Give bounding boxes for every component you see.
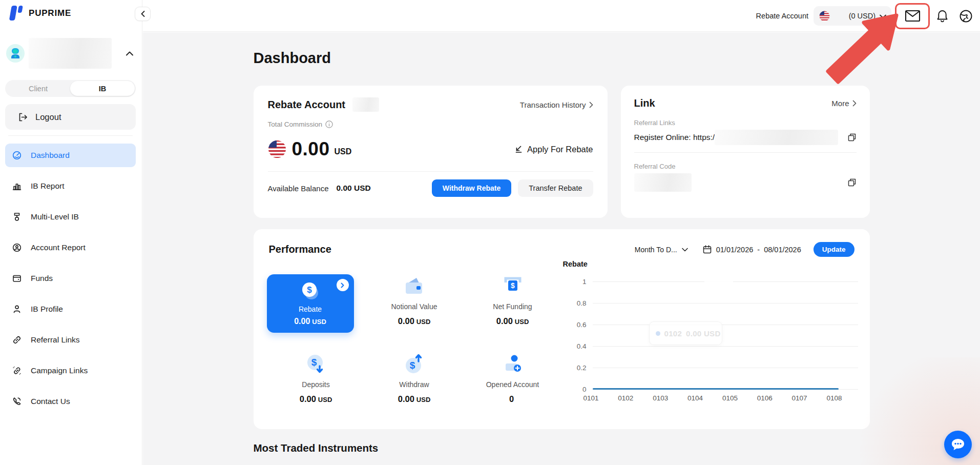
available-balance-label: Available Balance [268,184,329,193]
logout-icon [18,112,28,122]
dashboard-icon [12,150,22,160]
tile-unit: USD [515,318,529,326]
date-to: 08/01/2026 [764,246,801,254]
mail-icon[interactable] [905,9,921,23]
y-axis-tick: 0.4 [561,342,587,350]
period-dropdown[interactable]: Month To D... [635,246,688,254]
sidebar-item-label: Account Report [31,243,86,252]
rebate-card-title: Rebate Account [268,99,346,111]
account-balance: (0 USD) [849,12,875,20]
tile-label: Deposits [302,380,329,389]
tile-value: 0.00 [300,394,316,403]
date-separator: - [757,246,760,254]
sidebar-item-label: Dashboard [31,151,70,160]
sidebar-item-contact-us[interactable]: Contact Us [5,390,136,413]
brand-name: PUPRIME [29,8,71,18]
update-button[interactable]: Update [814,242,854,257]
tile-deposits[interactable]: $ Deposits 0.00USD [267,352,365,430]
withdraw-rebate-button[interactable]: Withdraw Rebate [432,179,511,197]
redacted-account-name [29,38,112,69]
logout-button[interactable]: Logout [5,104,136,130]
user-plus-icon [502,352,524,376]
switch-option-ib[interactable]: IB [70,81,135,96]
tile-unit: USD [318,396,332,403]
info-icon[interactable] [325,120,333,128]
tile-value: 0.00 [398,316,414,326]
wallet-icon [12,273,22,284]
copy-icon [847,133,857,142]
sidebar-divider [8,135,133,136]
total-commission-amount: 0.00 [292,138,330,160]
gridline [593,368,858,368]
language-button[interactable] [959,9,973,23]
chart-x-labels: 01010102010301040105010601070108 [583,394,842,402]
sidebar-item-dashboard[interactable]: Dashboard [5,144,136,167]
account-type-label: Rebate Account [756,12,808,20]
period-label: Month To D... [635,246,677,254]
tile-chevron-badge[interactable] [337,279,349,291]
copy-referral-link-button[interactable] [847,133,857,142]
tile-notional-value[interactable]: Notional Value 0.00USD [365,274,464,352]
referral-links-label: Referral Links [634,119,857,127]
sidebar-item-label: IB Profile [31,305,63,314]
apply-rebate-icon [514,145,523,154]
live-chat-button[interactable] [944,431,972,458]
sidebar-item-ib-profile[interactable]: IB Profile [5,297,136,321]
y-axis-tick: 0 [561,386,587,393]
bar-chart-icon [12,181,22,191]
svg-text:$: $ [409,360,415,371]
sidebar-item-campaign-links[interactable]: Campaign Links [5,359,136,382]
link-card-title: Link [634,97,655,109]
tile-net-funding[interactable]: $ Net Funding 0.00USD [464,274,562,352]
hierarchy-icon [12,212,22,222]
switch-option-client[interactable]: Client [6,85,70,93]
sidebar-item-label: Funds [31,274,53,283]
sidebar-item-referral-links[interactable]: Referral Links [5,328,136,352]
sidebar-item-label: Multi-Level IB [31,212,79,221]
tile-unit: USD [416,396,430,403]
performance-card: Performance Month To D... 01/01/2026 - 0… [254,229,870,429]
phone-icon [12,396,22,407]
sidebar-menu: Dashboard IB Report Multi-Level IB Accou… [5,144,136,413]
tile-rebate[interactable]: $ Rebate 0.00USD [267,274,354,333]
performance-tiles: $ Rebate 0.00USD [267,274,562,430]
rebate-chart: Rebate 10.80.60.40.20 0102 0.00 USD 0101… [561,260,862,416]
sidebar-item-multi-level-ib[interactable]: Multi-Level IB [5,205,136,229]
gridline [593,303,858,304]
apply-for-rebate-link[interactable]: Apply For Rebate [514,145,593,154]
dollar-down-icon: $ [305,352,327,376]
referral-code-label: Referral Code [634,163,857,170]
profile-section[interactable] [6,38,136,69]
date-range-picker[interactable]: 01/01/2026 - 08/01/2026 [702,245,801,254]
sidebar-item-account-report[interactable]: Account Report [5,236,136,259]
tile-withdraw[interactable]: $ Withdraw 0.00USD [365,352,464,430]
chart-tooltip: 0102 0.00 USD [649,321,722,345]
redacted-chart-overlay [704,268,733,301]
tile-label: Rebate [299,305,322,313]
tile-unit: USD [416,318,430,326]
x-axis-tick: 0105 [722,394,738,402]
tile-label: Notional Value [391,302,437,311]
tile-value: 0.00 [496,316,513,326]
transfer-rebate-button[interactable]: Transfer Rebate [518,179,593,197]
sidebar-collapse-button[interactable] [135,7,151,21]
y-axis-tick: 0.6 [561,321,587,329]
account-selector[interactable]: (0 USD) [814,6,891,26]
brand-logo: PUPRIME [7,5,71,21]
tile-value: 0 [509,394,514,403]
user-icon [12,304,22,314]
chevron-up-icon[interactable] [126,49,133,58]
notifications-button[interactable] [936,9,949,23]
sidebar-item-ib-report[interactable]: IB Report [5,174,136,198]
transaction-history-link[interactable]: Transaction History [520,100,593,109]
more-label: More [831,99,849,108]
x-axis-tick: 0107 [792,394,807,402]
more-link[interactable]: More [831,99,856,108]
mail-highlight-box [895,3,930,29]
page-title: Dashboard [254,50,870,67]
copy-referral-code-button[interactable] [847,178,857,187]
usd-flag-icon [268,140,286,158]
sidebar-item-funds[interactable]: Funds [5,267,136,290]
tile-opened-account[interactable]: Opened Account 0 [464,352,562,430]
us-flag-icon [819,11,830,22]
